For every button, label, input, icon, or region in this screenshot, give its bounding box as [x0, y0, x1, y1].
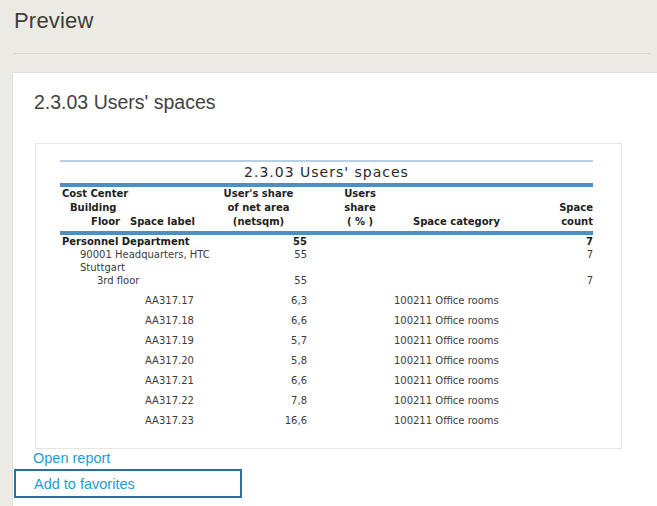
- table-row: AA317.205,8100211 Office rooms: [60, 347, 593, 367]
- header-users-share-3: (netsqm): [210, 215, 307, 233]
- header-space-label: Space label: [130, 216, 195, 227]
- header-building: Building: [60, 201, 116, 215]
- table-row: AA317.186,6100211 Office rooms: [60, 307, 593, 327]
- row-label: Personnel Department: [60, 235, 210, 248]
- table-row: 90001 Headquarters, HTC Stuttgart557: [60, 248, 593, 274]
- table-row: AA317.2316,6100211 Office rooms: [60, 407, 593, 427]
- header-space-count-2: count: [558, 215, 593, 233]
- report-table-header: Cost Center User's share Users Building …: [60, 187, 593, 233]
- table-row: Personnel Department557: [60, 233, 593, 248]
- report-table: Cost Center User's share Users Building …: [60, 187, 593, 427]
- report-table-body: Personnel Department55790001 Headquarter…: [60, 233, 593, 427]
- row-label: AA317.19: [60, 334, 210, 347]
- row-label: AA317.20: [60, 354, 210, 367]
- row-label: AA317.17: [60, 294, 210, 307]
- header-users-3: ( % ): [307, 215, 413, 233]
- table-row: 3rd floor557: [60, 274, 593, 287]
- row-label: AA317.23: [60, 414, 210, 427]
- header-users-share-1: User's share: [210, 187, 307, 201]
- header-users-2: share: [307, 201, 413, 215]
- table-row: AA317.176,3100211 Office rooms: [60, 287, 593, 307]
- add-to-favorites-label: Add to favorites: [16, 476, 135, 492]
- row-label: 90001 Headquarters, HTC Stuttgart: [60, 248, 210, 274]
- table-row: AA317.195,7100211 Office rooms: [60, 327, 593, 347]
- page-title: Preview: [14, 8, 94, 34]
- header-cost-center: Cost Center: [60, 187, 128, 201]
- header-users-share-2: of net area: [210, 201, 307, 215]
- header-users-1: Users: [307, 187, 413, 201]
- add-to-favorites-button[interactable]: Add to favorites: [14, 469, 242, 498]
- row-label: AA317.18: [60, 314, 210, 327]
- table-row: AA317.227,8100211 Office rooms: [60, 387, 593, 407]
- row-label: AA317.21: [60, 374, 210, 387]
- report-heading: 2.3.03 Users' spaces: [34, 91, 215, 114]
- header-divider: [14, 53, 650, 54]
- open-report-link[interactable]: Open report: [33, 450, 110, 466]
- header-floor: Floor: [60, 215, 120, 229]
- header-space-category: Space category: [413, 215, 558, 233]
- row-label: 3rd floor: [60, 274, 210, 287]
- header-space-count-1: Space: [558, 201, 593, 215]
- report-preview: 2.3.03 Users' spaces Cost Center User's …: [35, 143, 622, 449]
- row-label: AA317.22: [60, 394, 210, 407]
- preview-card: 2.3.03 Users' spaces 2.3.03 Users' space…: [12, 72, 657, 506]
- table-row: AA317.216,6100211 Office rooms: [60, 367, 593, 387]
- report-title: 2.3.03 Users' spaces: [60, 162, 593, 183]
